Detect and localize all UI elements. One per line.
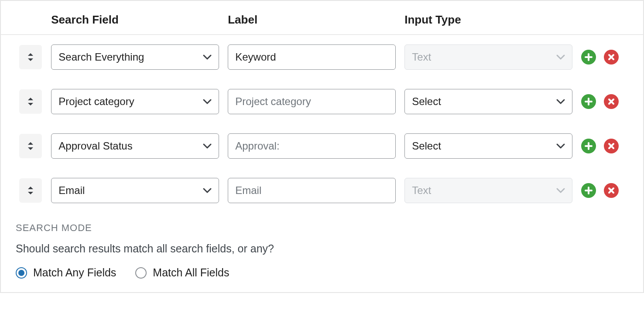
header-input-type: Input Type: [400, 1, 577, 35]
search-mode-options: Match Any Fields Match All Fields: [16, 266, 628, 279]
input-type-value: Select: [412, 95, 441, 108]
plus-icon: [584, 186, 593, 195]
input-type-value: Text: [412, 184, 431, 197]
delete-row-button[interactable]: [604, 183, 619, 198]
search-field-value: Project category: [58, 95, 134, 108]
table-row: Search Everything Text: [1, 35, 643, 80]
drag-handle[interactable]: [19, 134, 42, 158]
search-field-value: Search Everything: [58, 51, 144, 63]
search-fields-panel: Search Field Label Input Type Search Eve…: [0, 0, 644, 293]
label-input[interactable]: [228, 44, 396, 70]
drag-handle[interactable]: [19, 178, 42, 203]
search-mode-description: Should search results match all search f…: [16, 242, 628, 255]
plus-icon: [584, 53, 593, 61]
search-field-select[interactable]: Approval Status: [51, 133, 219, 159]
delete-row-button[interactable]: [604, 50, 619, 65]
label-input[interactable]: [228, 178, 396, 203]
sort-icon: [27, 141, 34, 151]
table-header-row: Search Field Label Input Type: [1, 1, 643, 35]
drag-handle[interactable]: [19, 45, 42, 69]
label-input[interactable]: [228, 133, 396, 159]
radio-indicator-any: [16, 267, 27, 279]
sort-icon: [27, 186, 34, 195]
plus-icon: [584, 142, 593, 150]
row-actions: [581, 139, 639, 153]
close-icon: [607, 98, 615, 105]
search-mode-title: SEARCH MODE: [16, 222, 628, 234]
row-actions: [581, 183, 639, 198]
header-spacer: [1, 1, 47, 35]
input-type-select[interactable]: Select: [404, 133, 572, 159]
row-actions: [581, 50, 639, 65]
sort-icon: [27, 52, 34, 62]
header-search-field: Search Field: [47, 1, 223, 35]
radio-match-any[interactable]: Match Any Fields: [16, 266, 116, 279]
radio-indicator-all: [135, 267, 147, 279]
header-actions-spacer: [577, 1, 643, 35]
input-type-select: Text: [404, 44, 572, 70]
row-actions: [581, 94, 639, 109]
table-row: Email Text: [1, 168, 643, 213]
sort-icon: [27, 97, 34, 106]
input-type-value: Select: [412, 140, 441, 152]
delete-row-button[interactable]: [604, 139, 619, 153]
search-field-value: Approval Status: [58, 140, 132, 152]
label-input[interactable]: [228, 89, 396, 114]
search-fields-table: Search Field Label Input Type Search Eve…: [1, 1, 643, 213]
search-field-select[interactable]: Project category: [51, 89, 219, 114]
delete-row-button[interactable]: [604, 94, 619, 109]
input-type-select[interactable]: Select: [404, 89, 572, 114]
input-type-select: Text: [404, 178, 572, 203]
search-field-select[interactable]: Email: [51, 178, 219, 203]
close-icon: [607, 142, 615, 150]
radio-label-all: Match All Fields: [153, 266, 229, 279]
table-row: Approval Status Select: [1, 124, 643, 168]
table-body: Search Everything Text Projec: [1, 35, 643, 213]
radio-match-all[interactable]: Match All Fields: [135, 266, 229, 279]
add-row-button[interactable]: [581, 183, 596, 198]
search-mode-section: SEARCH MODE Should search results match …: [1, 213, 643, 292]
table-row: Project category Select: [1, 79, 643, 124]
search-field-value: Email: [58, 184, 85, 197]
drag-handle[interactable]: [19, 89, 42, 114]
add-row-button[interactable]: [581, 94, 596, 109]
close-icon: [607, 53, 615, 61]
close-icon: [607, 187, 615, 194]
input-type-value: Text: [412, 51, 431, 63]
header-label: Label: [223, 1, 400, 35]
add-row-button[interactable]: [581, 50, 596, 65]
add-row-button[interactable]: [581, 139, 596, 153]
plus-icon: [584, 97, 593, 106]
search-field-select[interactable]: Search Everything: [51, 44, 219, 70]
radio-label-any: Match Any Fields: [33, 266, 116, 279]
